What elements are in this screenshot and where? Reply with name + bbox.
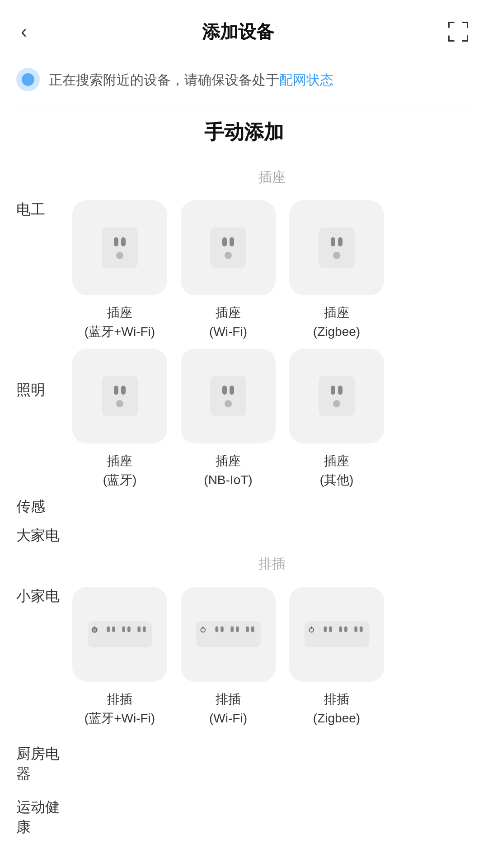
section-electrician: 电工 插座 插座(蓝牙+Wi-Fi) [0,168,488,341]
device-card-outlet-bt[interactable]: 插座(蓝牙) [72,349,167,490]
svg-rect-16 [319,227,355,268]
category-big-appliance: 大家电 [0,526,72,546]
category-label-big-appliance: 大家电 [16,527,60,543]
device-card-outlet-nbiot[interactable]: 插座(NB-IoT) [181,349,276,490]
electrician-devices: 插座 插座(蓝牙+Wi-Fi) [72,168,488,341]
card-label-outlet-bt: 插座(蓝牙) [103,452,137,490]
category-label-small-appliance: 小家电 [16,588,60,604]
svg-rect-45 [215,627,218,632]
info-icon-inner [22,73,34,86]
category-sensor: 传感 [0,497,72,517]
svg-rect-40 [137,627,141,632]
svg-rect-26 [230,386,234,395]
info-text: 正在搜索附近的设备，请确保设备处于配网状态 [49,70,333,90]
svg-rect-7 [467,35,468,42]
svg-rect-39 [127,627,130,632]
page-title: 添加设备 [202,19,274,44]
category-electrician: 电工 [0,168,72,220]
device-card-outlet-bt-wifi[interactable]: 插座(蓝牙+Wi-Fi) [72,200,167,341]
divider [16,105,472,105]
outlet-icon-nbiot [181,349,276,443]
svg-rect-47 [230,627,234,632]
svg-rect-14 [230,237,234,246]
device-card-strip-wifi[interactable]: 排插(Wi-Fi) [181,587,276,728]
svg-rect-17 [331,237,335,246]
manual-add-title: 手动添加 [0,119,488,146]
svg-rect-54 [324,627,327,632]
outlet-icon-wifi [181,200,276,295]
svg-rect-25 [222,386,227,395]
svg-rect-20 [102,376,138,416]
svg-rect-42 [196,621,260,647]
device-card-outlet-other[interactable]: 插座(其他) [289,349,384,490]
svg-rect-48 [235,627,239,632]
strip-devices: 排插 [72,555,488,728]
info-banner: 正在搜索附近的设备，请确保设备处于配网状态 [16,68,472,91]
svg-rect-24 [210,376,246,416]
category-lighting: 照明 [0,349,72,400]
section-lighting: 照明 插座(蓝牙) [0,349,488,490]
svg-point-27 [225,400,232,407]
svg-rect-10 [121,237,126,246]
svg-rect-51 [304,621,369,647]
svg-point-11 [116,252,123,259]
card-label-outlet-bt-wifi: 插座(蓝牙+Wi-Fi) [84,303,155,341]
device-card-strip-bt-wifi[interactable]: 排插(蓝牙+Wi-Fi) [72,587,167,728]
category-label-sensor: 传感 [16,498,45,514]
svg-rect-30 [338,386,343,395]
svg-rect-32 [87,621,152,647]
card-label-outlet-other: 插座(其他) [320,452,354,490]
scan-icon [446,20,470,43]
outlet-icon-bt-wifi [72,200,167,295]
svg-rect-3 [467,22,468,28]
strip-icon-zigbee [289,587,384,682]
outlet-icon-other [289,349,384,443]
device-card-strip-zigbee[interactable]: 排插(Zigbee) [289,587,384,728]
card-label-outlet-wifi: 插座(Wi-Fi) [209,303,247,341]
category-label-electrician: 电工 [16,201,45,217]
category-sports: 运动健康 [0,797,72,837]
outlet-row-1: 插座(蓝牙+Wi-Fi) 插座(Wi-Fi) [72,200,472,341]
svg-rect-8 [102,227,138,268]
outlet-row-2-area: 插座(蓝牙) 插座(NB-IoT) [72,349,488,490]
outlet-row-2: 插座(蓝牙) 插座(NB-IoT) [72,349,472,490]
card-label-outlet-zigbee: 插座(Zigbee) [313,303,360,341]
svg-rect-5 [448,35,450,42]
section-sports: 运动健康 [0,784,488,837]
svg-rect-21 [114,386,118,395]
svg-point-31 [333,400,340,407]
category-label-kitchen: 厨房电器 [16,745,60,782]
sub-label-socket: 插座 [72,168,472,187]
back-button[interactable]: ‹ [16,19,32,44]
svg-rect-28 [319,376,355,416]
category-label-lighting: 照明 [16,382,45,398]
card-label-strip-zigbee: 排插(Zigbee) [313,690,360,728]
config-mode-link[interactable]: 配网状态 [279,72,333,87]
svg-rect-46 [221,627,224,632]
svg-rect-1 [448,22,450,28]
header: ‹ 添加设备 [0,0,488,59]
device-card-outlet-zigbee[interactable]: 插座(Zigbee) [289,200,384,341]
svg-rect-29 [331,386,335,395]
info-text-before: 正在搜索附近的设备，请确保设备处于 [49,72,279,87]
scan-button[interactable] [445,18,472,45]
svg-rect-22 [121,386,126,395]
svg-rect-57 [344,627,347,632]
svg-point-19 [333,252,340,259]
outlet-icon-bt [72,349,167,443]
card-label-outlet-nbiot: 插座(NB-IoT) [204,452,252,490]
svg-rect-18 [338,237,343,246]
svg-rect-37 [112,627,115,632]
svg-point-15 [225,252,232,259]
outlet-icon-zigbee [289,200,384,295]
svg-rect-9 [114,237,118,246]
svg-rect-49 [246,627,249,632]
card-label-strip-wifi: 排插(Wi-Fi) [209,690,247,728]
svg-rect-50 [251,627,254,632]
svg-point-23 [116,400,123,407]
svg-rect-56 [339,627,342,632]
svg-rect-58 [354,627,357,632]
device-card-outlet-wifi[interactable]: 插座(Wi-Fi) [181,200,276,341]
svg-rect-38 [122,627,125,632]
card-label-strip-bt-wifi: 排插(蓝牙+Wi-Fi) [84,690,155,728]
